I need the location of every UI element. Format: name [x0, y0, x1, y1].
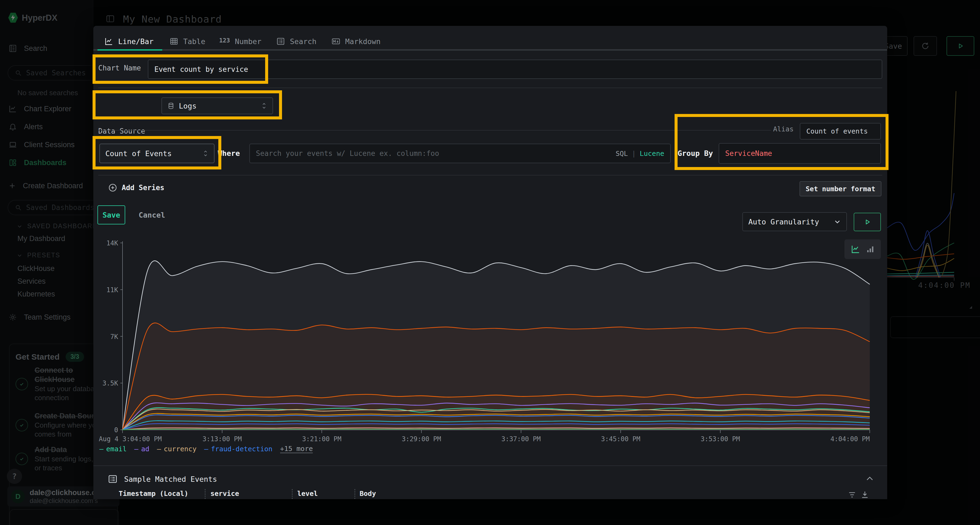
tab-label: Table	[183, 37, 205, 46]
svg-text:3:21:00 PM: 3:21:00 PM	[302, 435, 342, 443]
svg-text:4:04:00 PM: 4:04:00 PM	[830, 435, 870, 443]
where-input[interactable]: Search your events w/ Lucene ex. column:…	[249, 144, 671, 163]
legend-item-fraud-detection[interactable]: —fraud-detection	[204, 445, 272, 453]
svg-text:11K: 11K	[107, 286, 118, 294]
alias-label: Alias	[773, 125, 794, 133]
add-series-label: Add Series	[122, 184, 164, 192]
run-chart-button[interactable]	[854, 213, 881, 231]
legend-item--15-more[interactable]: +15 more	[280, 445, 313, 453]
markdown-icon	[332, 37, 340, 46]
legend-label: fraud-detection	[211, 445, 272, 453]
download-icon[interactable]	[861, 490, 869, 499]
svg-text:14K: 14K	[107, 240, 118, 247]
lucene-mode-toggle[interactable]: Lucene	[640, 150, 664, 157]
data-source-select[interactable]: Logs	[161, 97, 273, 114]
svg-text:3:37:00 PM: 3:37:00 PM	[501, 435, 541, 443]
plus-circle-icon	[108, 183, 117, 192]
legend-label: currency	[164, 445, 197, 453]
column-header-service[interactable]: service	[210, 490, 239, 498]
legend-swatch: —	[157, 445, 161, 453]
filter-columns-icon[interactable]	[848, 490, 856, 499]
svg-text:3:13:00 PM: 3:13:00 PM	[202, 435, 242, 443]
chevron-down-icon	[834, 218, 841, 225]
number-123-icon: 123	[219, 37, 230, 46]
add-series-button[interactable]: Add Series	[108, 183, 164, 192]
legend-item-email[interactable]: —email	[99, 445, 127, 453]
tab-number[interactable]: 123Number	[219, 33, 261, 49]
tab-search[interactable]: Search	[276, 33, 317, 49]
granularity-select[interactable]: Auto Granularity	[742, 212, 847, 231]
svg-text:Aug 4 3:04:00 PM: Aug 4 3:04:00 PM	[99, 435, 162, 443]
play-icon	[864, 218, 871, 226]
tab-table[interactable]: Table	[170, 33, 205, 49]
active-tab-underline	[97, 49, 162, 51]
legend-swatch: —	[99, 445, 103, 453]
svg-text:7K: 7K	[110, 333, 118, 341]
legend-swatch: —	[204, 445, 208, 453]
series-rule	[98, 130, 771, 130]
svg-text:0: 0	[115, 426, 118, 434]
column-header-level[interactable]: level	[297, 490, 318, 498]
set-number-format-button[interactable]: Set number format	[800, 181, 881, 197]
tab-label: Line/Bar	[118, 37, 154, 46]
aggregation-value: Count of Events	[105, 149, 172, 158]
select-chevrons-icon	[202, 149, 208, 157]
line-icon	[105, 37, 113, 46]
preview-chart: 03.5K7K11K14KAug 4 3:04:00 PM3:13:00 PM3…	[98, 234, 882, 449]
column-separator[interactable]	[205, 489, 205, 499]
table-icon	[170, 37, 178, 46]
where-label: Where	[218, 149, 240, 157]
legend-label: ad	[141, 445, 149, 453]
where-placeholder: Search your events w/ Lucene ex. column:…	[256, 149, 439, 157]
alias-input[interactable]	[800, 123, 881, 140]
chart-legend: —email—ad—currency—fraud-detection+15 mo…	[99, 445, 313, 453]
legend-more-link[interactable]: +15 more	[280, 445, 313, 453]
save-button[interactable]: Save	[97, 205, 125, 224]
svg-text:3:45:00 PM: 3:45:00 PM	[601, 435, 641, 443]
aggregation-select[interactable]: Count of Events	[99, 144, 215, 163]
tab-markdown[interactable]: Markdown	[332, 33, 380, 49]
svg-text:3:29:00 PM: 3:29:00 PM	[402, 435, 441, 443]
list-icon	[276, 37, 285, 46]
column-header-body[interactable]: Body	[360, 490, 376, 498]
chart-name-label: Chart Name	[98, 64, 141, 72]
granularity-value: Auto Granularity	[748, 217, 819, 226]
sample-events-header[interactable]: Sample Matched Events	[108, 474, 217, 484]
svg-text:3:53:00 PM: 3:53:00 PM	[701, 435, 740, 443]
list-icon	[108, 474, 118, 484]
svg-text:3.5K: 3.5K	[102, 379, 118, 387]
group-by-input[interactable]	[719, 143, 881, 164]
tab-label: Search	[290, 37, 317, 46]
data-source-label: Data Source	[98, 127, 145, 135]
legend-item-currency[interactable]: —currency	[157, 445, 197, 453]
column-separator[interactable]	[292, 489, 293, 499]
select-chevrons-icon	[261, 102, 267, 110]
database-icon	[167, 102, 175, 109]
legend-swatch: —	[134, 445, 138, 453]
legend-item-ad[interactable]: —ad	[134, 445, 149, 453]
tab-line-bar[interactable]: Line/Bar	[105, 33, 154, 49]
chart-editor-modal: Line/BarTable123NumberSearchMarkdown Cha…	[93, 26, 887, 499]
legend-label: email	[106, 445, 127, 453]
column-header-timestamp-local-[interactable]: Timestamp (Local)	[119, 490, 188, 498]
group-by-label: Group By	[678, 149, 713, 157]
divider	[98, 87, 882, 88]
cancel-button[interactable]: Cancel	[134, 205, 170, 224]
app-window: HyperDX Search Saved Searches No saved s…	[0, 0, 980, 525]
divider	[98, 175, 882, 176]
collapse-section-icon[interactable]	[865, 475, 874, 481]
divider	[93, 465, 887, 466]
data-source-value: Logs	[179, 102, 197, 110]
sql-mode-toggle[interactable]: SQL	[616, 150, 628, 157]
tabbar-rule	[93, 49, 887, 51]
tab-label: Markdown	[345, 37, 380, 46]
chart-name-input[interactable]	[148, 60, 882, 79]
column-separator[interactable]	[355, 489, 355, 499]
sample-events-title: Sample Matched Events	[124, 475, 217, 484]
tab-label: Number	[235, 37, 262, 46]
mode-separator: |	[632, 150, 636, 157]
